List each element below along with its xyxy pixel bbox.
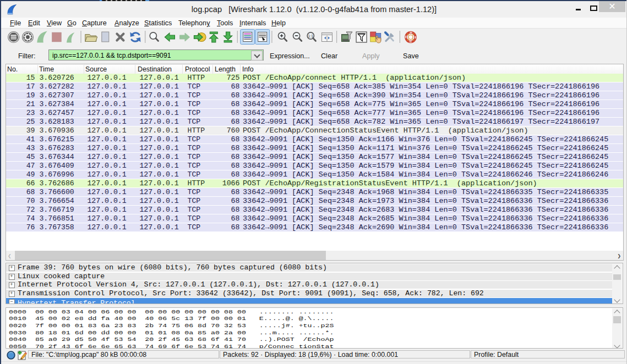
svg-text:1:1: 1:1 <box>308 34 313 37</box>
